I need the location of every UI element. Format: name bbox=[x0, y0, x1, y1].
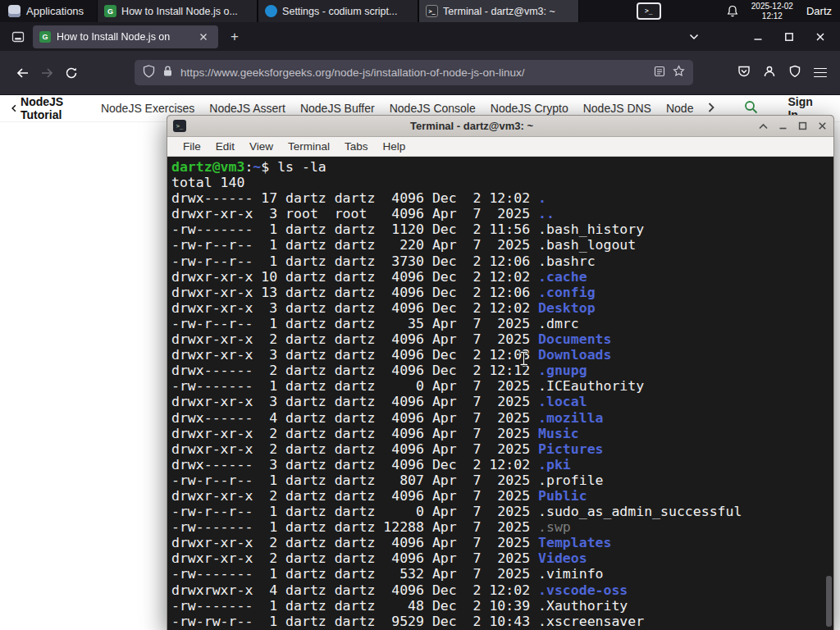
terminal-shade-icon[interactable] bbox=[757, 121, 769, 132]
terminal-output-line: drwxr-xr-x 10 dartz dartz 4096 Dec 2 12:… bbox=[171, 269, 833, 285]
tray-terminal-icon[interactable]: >_ bbox=[637, 2, 661, 20]
account-icon[interactable] bbox=[763, 65, 776, 81]
taskbar-window-button[interactable]: Settings - codium script... bbox=[258, 0, 418, 22]
reload-icon[interactable] bbox=[59, 61, 84, 85]
listing-columns: -rw-r--r-- 1 dartz dartz 0 Apr 7 2025 bbox=[171, 504, 538, 519]
listing-filename: Public bbox=[538, 488, 587, 504]
listing-columns: drwxr-xr-x 10 dartz dartz 4096 Dec 2 12:… bbox=[171, 269, 538, 285]
url-text: https://www.geeksforgeeks.org/node-js/in… bbox=[180, 66, 646, 79]
tabstrip-controls bbox=[687, 30, 833, 43]
window-close-icon[interactable] bbox=[814, 30, 827, 43]
taskbar-window-button[interactable]: GHow to Install Node.js o... bbox=[97, 0, 258, 22]
listing-filename: .vscode-oss bbox=[538, 582, 628, 598]
forward-icon[interactable] bbox=[34, 61, 59, 85]
site-nav-item[interactable]: NodeJS Assert bbox=[209, 102, 285, 115]
listing-filename: .gnupg bbox=[538, 363, 587, 378]
url-bar[interactable]: https://www.geeksforgeeks.org/node-js/in… bbox=[135, 60, 693, 85]
user-label: Dartz bbox=[806, 5, 832, 17]
terminal-body[interactable]: dartz@vm3:~$ls -la total 140 drwx------ … bbox=[167, 157, 833, 630]
lock-icon[interactable] bbox=[162, 65, 173, 80]
terminal-close-icon[interactable] bbox=[816, 121, 828, 132]
tab-close-icon[interactable] bbox=[195, 29, 212, 45]
site-nav-item[interactable]: NodeJS Crypto bbox=[491, 102, 568, 115]
new-tab-button[interactable]: + bbox=[226, 29, 243, 45]
terminal-titlebar-buttons bbox=[757, 121, 828, 132]
notification-bell-icon[interactable] bbox=[727, 5, 738, 17]
site-nav-items: NodeJS ExercisesNodeJS AssertNodeJS Buff… bbox=[101, 102, 694, 115]
terminal-output-line: drwxr-xr-x 3 dartz dartz 4096 Dec 2 12:0… bbox=[171, 300, 833, 316]
reader-view-icon[interactable] bbox=[654, 66, 665, 80]
terminal-output-line: -rw-rw-r-- 1 dartz dartz 9529 Dec 2 10:4… bbox=[171, 614, 833, 629]
terminal-output-line: -rw------- 1 dartz dartz 532 Apr 7 2025 … bbox=[171, 566, 833, 582]
firefox-view-icon[interactable] bbox=[7, 26, 30, 48]
applications-menu[interactable]: Applications bbox=[0, 0, 92, 22]
toolbar-right-icons bbox=[737, 65, 830, 81]
site-nav-item[interactable]: NodeJS Exercises bbox=[101, 102, 194, 115]
listing-filename: .mozilla bbox=[538, 410, 603, 426]
clock-time: 12:12 bbox=[751, 11, 793, 21]
terminal-output-line: drwx------ 17 dartz dartz 4096 Dec 2 12:… bbox=[171, 190, 833, 206]
terminal-maximize-icon[interactable] bbox=[797, 121, 808, 132]
terminal-scrollbar[interactable] bbox=[825, 157, 833, 630]
top-panel: Applications GHow to Install Node.js o..… bbox=[0, 0, 840, 22]
listing-columns: -rw-r--r-- 1 dartz dartz 220 Apr 7 2025 bbox=[171, 237, 538, 253]
terminal-prompt-line: dartz@vm3:~$ls -la bbox=[171, 159, 833, 175]
terminal-output-line: -rw------- 1 dartz dartz 1120 Dec 2 11:5… bbox=[171, 221, 833, 237]
terminal-menu-file[interactable]: File bbox=[176, 140, 208, 153]
prompt-dollar: $ bbox=[261, 159, 269, 175]
listing-filename: Music bbox=[538, 426, 579, 441]
listing-columns: drwx------ 4 dartz dartz 4096 Apr 7 2025 bbox=[171, 410, 538, 426]
listing-columns: drwxr-xr-x 13 dartz dartz 4096 Dec 2 12:… bbox=[171, 285, 538, 300]
terminal-total-line: total 140 bbox=[171, 175, 833, 190]
site-search-icon[interactable] bbox=[744, 100, 758, 116]
terminal-output-line: -rw-r--r-- 1 dartz dartz 35 Apr 7 2025 .… bbox=[171, 316, 833, 331]
terminal-output-line: drwxrwxr-x 4 dartz dartz 4096 Dec 2 12:0… bbox=[171, 582, 833, 598]
browser-tab[interactable]: G How to Install Node.js on bbox=[33, 25, 218, 48]
terminal-output-line: drwxr-xr-x 3 dartz dartz 4096 Dec 2 12:0… bbox=[171, 347, 833, 363]
listing-columns: drwxr-xr-x 2 dartz dartz 4096 Apr 7 2025 bbox=[171, 331, 538, 347]
bookmark-star-icon[interactable] bbox=[673, 65, 685, 80]
prompt-separator: : bbox=[244, 159, 253, 175]
listing-filename: Documents bbox=[538, 331, 611, 347]
menu-icon[interactable] bbox=[814, 68, 827, 78]
site-nav-item[interactable]: NodeJS Console bbox=[390, 102, 476, 115]
listing-filename: .pki bbox=[538, 457, 571, 472]
clock[interactable]: 2025-12-02 12:12 bbox=[751, 2, 793, 21]
prompt-user: dartz@vm3 bbox=[171, 159, 244, 175]
listing-columns: -rw------- 1 dartz dartz 12288 Apr 7 202… bbox=[171, 519, 538, 535]
list-all-tabs-icon[interactable] bbox=[687, 30, 701, 43]
back-icon[interactable] bbox=[10, 61, 34, 85]
applications-icon bbox=[8, 5, 21, 17]
terminal-menu-help[interactable]: Help bbox=[376, 140, 413, 153]
window-minimize-icon[interactable] bbox=[751, 30, 765, 43]
site-nav-item[interactable]: Node bbox=[666, 102, 693, 115]
listing-filename: .cache bbox=[538, 269, 587, 285]
terminal-title: Terminal - dartz@vm3: ~ bbox=[186, 120, 757, 132]
listing-columns: -rw------- 1 dartz dartz 532 Apr 7 2025 bbox=[171, 566, 538, 582]
terminal-menu-edit[interactable]: Edit bbox=[208, 140, 242, 153]
terminal-menu-tabs[interactable]: Tabs bbox=[337, 140, 376, 153]
terminal-menu-terminal[interactable]: Terminal bbox=[281, 140, 337, 153]
listing-filename: Videos bbox=[538, 550, 587, 566]
pocket-icon[interactable] bbox=[737, 65, 751, 81]
listing-columns: drwxr-xr-x 2 dartz dartz 4096 Apr 7 2025 bbox=[171, 426, 538, 441]
terminal-output-line: drwxr-xr-x 2 dartz dartz 4096 Apr 7 2025… bbox=[171, 426, 833, 441]
site-nav-scroll-right-icon[interactable] bbox=[708, 102, 714, 115]
site-nav-back-link[interactable]: NodeJS Tutorial bbox=[11, 95, 86, 121]
terminal-output-line: -rw-r--r-- 1 dartz dartz 0 Apr 7 2025 .s… bbox=[171, 504, 833, 519]
terminal-output-line: drwxr-xr-x 2 dartz dartz 4096 Apr 7 2025… bbox=[171, 331, 833, 347]
listing-columns: drwxr-xr-x 3 dartz dartz 4096 Apr 7 2025 bbox=[171, 394, 538, 409]
terminal-scrollbar-thumb[interactable] bbox=[826, 576, 832, 627]
window-maximize-icon[interactable] bbox=[783, 30, 796, 43]
terminal-minimize-icon[interactable] bbox=[777, 121, 788, 132]
site-nav-item[interactable]: NodeJS Buffer bbox=[300, 102, 375, 115]
site-nav-item[interactable]: NodeJS DNS bbox=[583, 102, 651, 115]
applications-label: Applications bbox=[26, 5, 84, 17]
tracking-shield-icon[interactable] bbox=[143, 65, 155, 81]
listing-columns: -rw-r--r-- 1 dartz dartz 35 Apr 7 2025 bbox=[171, 316, 538, 331]
terminal-menu-view[interactable]: View bbox=[242, 140, 281, 153]
extension-icon[interactable] bbox=[788, 65, 801, 81]
taskbar-window-button[interactable]: >_Terminal - dartz@vm3: ~ bbox=[418, 0, 579, 22]
terminal-titlebar[interactable]: >_ Terminal - dartz@vm3: ~ bbox=[167, 116, 833, 137]
listing-filename: .bash_history bbox=[538, 221, 644, 237]
